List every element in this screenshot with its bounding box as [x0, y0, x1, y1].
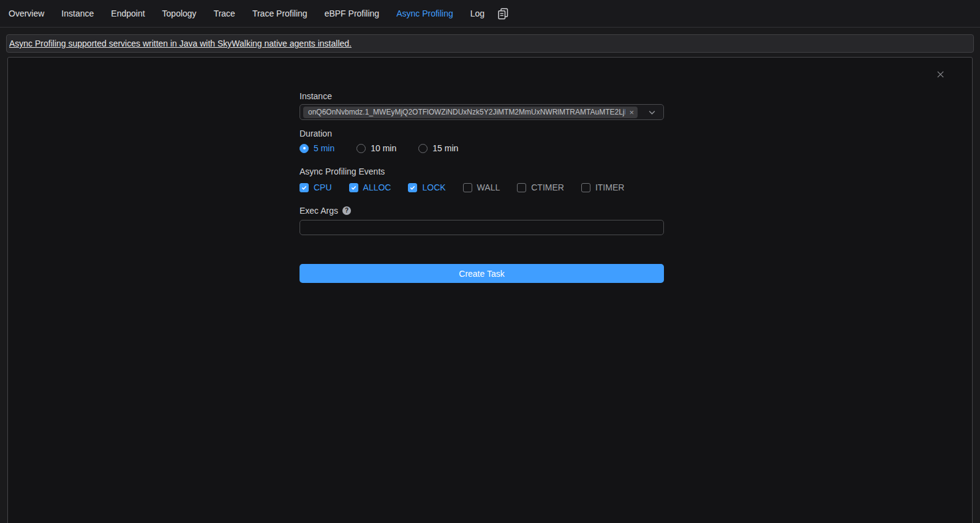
create-task-form: Instance onQ6OnNvbmdz.1_MWEyMjQ2OTFlOWZi… — [300, 90, 664, 283]
exec-args-label-row: Exec Args ? — [300, 205, 664, 217]
radio-label: 5 min — [314, 143, 334, 153]
top-navbar: Overview Instance Endpoint Topology Trac… — [0, 0, 980, 28]
checkbox-unchecked-icon — [463, 183, 472, 192]
document-copy-icon[interactable] — [498, 8, 508, 20]
radio-unselected-icon — [418, 144, 428, 153]
radio-5min[interactable]: 5 min — [300, 143, 334, 153]
checkbox-label: ALLOC — [363, 182, 391, 192]
exec-args-input[interactable] — [300, 220, 664, 235]
events-label: Async Profiling Events — [300, 165, 664, 178]
info-banner: Async Profiling supported services writt… — [6, 34, 974, 53]
tab-instance[interactable]: Instance — [61, 9, 94, 18]
checkbox-wall[interactable]: WALL — [463, 182, 500, 192]
tab-async-profiling[interactable]: Async Profiling — [396, 9, 453, 18]
help-icon[interactable]: ? — [342, 206, 351, 215]
checkbox-itimer[interactable]: ITIMER — [581, 182, 624, 192]
instance-select[interactable]: onQ6OnNvbmdz.1_MWEyMjQ2OTFlOWZiNDUxNzk5Y… — [300, 104, 664, 120]
checkbox-checked-icon — [408, 183, 417, 192]
duration-radio-group: 5 min 10 min 15 min — [300, 143, 664, 153]
duration-label: Duration — [300, 127, 664, 140]
checkbox-label: WALL — [477, 182, 500, 192]
instance-tag-text: onQ6OnNvbmdz.1_MWEyMjQ2OTFlOWZiNDUxNzk5Y… — [308, 108, 625, 116]
tab-trace-profiling[interactable]: Trace Profiling — [252, 9, 307, 18]
instance-label: Instance — [300, 90, 664, 102]
tag-remove-icon[interactable]: × — [629, 108, 634, 116]
checkbox-label: CPU — [314, 182, 332, 192]
checkbox-cpu[interactable]: CPU — [300, 182, 332, 192]
tab-endpoint[interactable]: Endpoint — [111, 9, 145, 18]
exec-args-label: Exec Args — [300, 205, 338, 217]
create-task-button[interactable]: Create Task — [300, 264, 664, 283]
tab-overview[interactable]: Overview — [9, 9, 44, 18]
radio-unselected-icon — [356, 144, 366, 153]
radio-selected-icon — [300, 144, 309, 153]
radio-10min[interactable]: 10 min — [356, 143, 396, 153]
checkbox-label: ITIMER — [595, 182, 624, 192]
radio-15min[interactable]: 15 min — [418, 143, 458, 153]
checkbox-ctimer[interactable]: CTIMER — [517, 182, 564, 192]
tab-log[interactable]: Log — [470, 9, 484, 18]
chevron-down-icon — [648, 108, 656, 116]
checkbox-checked-icon — [349, 183, 358, 192]
checkbox-label: LOCK — [422, 182, 445, 192]
checkbox-unchecked-icon — [581, 183, 590, 192]
events-checkbox-group: CPU ALLOC LOCK WALL CTIMER — [300, 182, 664, 192]
radio-label: 10 min — [371, 143, 396, 153]
instance-selected-tag: onQ6OnNvbmdz.1_MWEyMjQ2OTFlOWZiNDUxNzk5Y… — [303, 107, 638, 118]
radio-label: 15 min — [432, 143, 458, 153]
checkbox-unchecked-icon — [517, 183, 526, 192]
checkbox-label: CTIMER — [531, 182, 564, 192]
tab-trace[interactable]: Trace — [214, 9, 235, 18]
create-task-panel: Instance onQ6OnNvbmdz.1_MWEyMjQ2OTFlOWZi… — [7, 57, 973, 523]
banner-link[interactable]: Async Profiling supported services writt… — [9, 39, 352, 48]
close-icon[interactable] — [935, 69, 945, 79]
checkbox-lock[interactable]: LOCK — [408, 182, 445, 192]
tab-ebpf-profiling[interactable]: eBPF Profiling — [325, 9, 379, 18]
tab-topology[interactable]: Topology — [162, 9, 197, 18]
checkbox-alloc[interactable]: ALLOC — [349, 182, 391, 192]
checkbox-checked-icon — [300, 183, 309, 192]
